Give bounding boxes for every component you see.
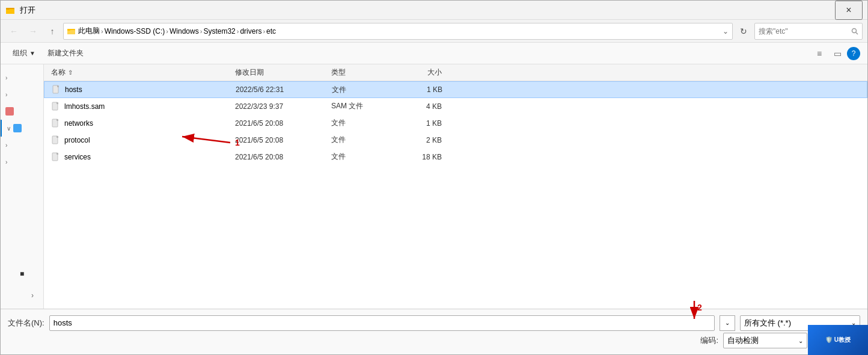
file-list-container: 名称 ⇧ 修改日期 类型 大小 hosts2022/5/6 22:31文件1 K… bbox=[44, 64, 867, 309]
filename-row: 文件名(N): ⌄ 所有文件 (*.*) ⌄ bbox=[8, 315, 860, 331]
view-menu-button[interactable]: ≡ bbox=[811, 45, 828, 62]
sidebar-item-4[interactable]: ∨ bbox=[1, 120, 43, 137]
file-name-cell: protocol bbox=[44, 135, 230, 145]
col-header-name[interactable]: 名称 ⇧ bbox=[44, 67, 230, 78]
table-row[interactable]: hosts2022/5/6 22:31文件1 KB bbox=[44, 81, 867, 98]
filename-input[interactable] bbox=[49, 315, 715, 331]
file-type: 文件 bbox=[327, 85, 399, 95]
folder-icon bbox=[5, 5, 15, 15]
sidebar-item-2[interactable]: › bbox=[1, 86, 43, 103]
sidebar-collapse-icon: › bbox=[5, 75, 7, 81]
file-name-cell: services bbox=[44, 152, 230, 162]
bottom-bar: 文件名(N): ⌄ 所有文件 (*.*) ⌄ 编码: 自动检测 ⌄ 打开 bbox=[1, 309, 867, 354]
col-header-type[interactable]: 类型 bbox=[326, 67, 399, 78]
encoding-label: 编码: bbox=[700, 335, 718, 346]
command-bar: 组织 ▼ 新建文件夹 ≡ ▭ ? bbox=[1, 43, 867, 64]
encoding-value: 自动检测 bbox=[727, 335, 759, 346]
file-type: 文件 bbox=[326, 118, 399, 128]
sidebar-item-3[interactable] bbox=[1, 103, 43, 120]
file-name: networks bbox=[64, 119, 93, 128]
file-icon bbox=[52, 85, 61, 94]
table-row[interactable]: services2021/6/5 20:08文件18 KB bbox=[44, 149, 867, 165]
up-button[interactable]: ↑ bbox=[44, 23, 61, 40]
encoding-row: 编码: 自动检测 ⌄ 打开 bbox=[8, 333, 860, 348]
sidebar-icon-blue bbox=[13, 124, 22, 132]
breadcrumb-drivers[interactable]: drivers bbox=[240, 27, 261, 36]
filename-dropdown-button[interactable]: ⌄ bbox=[720, 315, 735, 331]
watermark: 🛡️ U教授 bbox=[808, 325, 868, 355]
sidebar-down-icon: ∨ bbox=[7, 125, 11, 132]
encoding-chevron-icon: ⌄ bbox=[798, 338, 803, 344]
file-date: 2022/5/6 22:31 bbox=[231, 85, 327, 94]
file-name: protocol bbox=[64, 136, 90, 144]
refresh-button[interactable]: ↻ bbox=[735, 23, 752, 40]
table-row[interactable]: lmhosts.sam2022/3/23 9:37SAM 文件4 KB bbox=[44, 98, 867, 115]
sidebar-item5-icon: › bbox=[5, 142, 7, 149]
svg-rect-4 bbox=[67, 30, 75, 34]
svg-line-7 bbox=[856, 32, 858, 34]
breadcrumb-windows[interactable]: Windows bbox=[170, 27, 199, 36]
table-row[interactable]: networks2021/6/5 20:08文件1 KB bbox=[44, 115, 867, 132]
back-button[interactable]: ← bbox=[5, 23, 22, 40]
forward-button[interactable]: → bbox=[25, 23, 41, 40]
filename-label: 文件名(N): bbox=[8, 318, 44, 329]
sidebar-expand-icon: › bbox=[5, 91, 7, 98]
sidebar-item-5[interactable]: › bbox=[1, 137, 43, 153]
svg-rect-1 bbox=[6, 9, 14, 14]
sidebar-item-6[interactable]: › bbox=[1, 153, 43, 170]
address-dropdown-icon[interactable]: ⌄ bbox=[723, 27, 729, 36]
title-bar: 打开 × bbox=[1, 1, 867, 20]
col-header-date[interactable]: 修改日期 bbox=[230, 67, 326, 78]
file-icon bbox=[51, 119, 61, 128]
breadcrumb-thispc[interactable]: 此电脑 bbox=[78, 26, 100, 36]
main-area: › › ∨ › › ■ bbox=[1, 64, 867, 309]
file-name-cell: lmhosts.sam bbox=[44, 102, 230, 111]
file-date: 2021/6/5 20:08 bbox=[230, 153, 326, 161]
breadcrumb-system32[interactable]: System32 bbox=[203, 27, 235, 36]
svg-rect-2 bbox=[6, 8, 10, 10]
sidebar-square-icon: ■ bbox=[20, 270, 24, 278]
encoding-dropdown[interactable]: 自动检测 ⌄ bbox=[723, 333, 807, 348]
file-size: 2 KB bbox=[399, 136, 447, 144]
breadcrumb-etc[interactable]: etc bbox=[266, 27, 276, 36]
file-name-cell: hosts bbox=[44, 85, 231, 94]
breadcrumb: 此电脑 › Windows-SSD (C:) › Windows › Syste… bbox=[78, 26, 720, 36]
col-header-size[interactable]: 大小 bbox=[399, 67, 447, 78]
address-bar[interactable]: 此电脑 › Windows-SSD (C:) › Windows › Syste… bbox=[63, 23, 733, 40]
sidebar-item-1[interactable]: › bbox=[1, 69, 43, 86]
search-input[interactable] bbox=[759, 27, 849, 36]
file-date: 2021/6/5 20:08 bbox=[230, 119, 326, 128]
sort-up-icon: ⇧ bbox=[68, 69, 73, 76]
new-folder-button[interactable]: 新建文件夹 bbox=[43, 46, 88, 61]
sidebar: › › ∨ › › ■ bbox=[1, 64, 44, 309]
file-icon bbox=[51, 102, 61, 111]
window-title: 打开 bbox=[20, 5, 835, 16]
column-headers: 名称 ⇧ 修改日期 类型 大小 bbox=[44, 64, 867, 81]
file-name: lmhosts.sam bbox=[64, 102, 105, 111]
organize-button[interactable]: 组织 ▼ bbox=[8, 46, 40, 61]
file-icon bbox=[51, 152, 61, 162]
breadcrumb-drive[interactable]: Windows-SSD (C:) bbox=[105, 27, 165, 36]
close-button[interactable]: × bbox=[835, 1, 863, 20]
table-row[interactable]: protocol2021/6/5 20:08文件2 KB bbox=[44, 132, 867, 149]
file-type: SAM 文件 bbox=[326, 101, 399, 111]
file-size: 1 KB bbox=[399, 85, 447, 94]
file-type: 文件 bbox=[326, 152, 399, 162]
sidebar-icon-red bbox=[5, 107, 14, 116]
toggle-pane-button[interactable]: ▭ bbox=[829, 45, 846, 62]
file-date: 2021/6/5 20:08 bbox=[230, 136, 326, 144]
sidebar-item-bottom[interactable]: ■ bbox=[1, 265, 43, 282]
svg-rect-5 bbox=[67, 29, 70, 31]
file-size: 1 KB bbox=[399, 119, 447, 128]
file-size: 4 KB bbox=[399, 102, 447, 111]
file-name: services bbox=[64, 153, 91, 161]
help-button[interactable]: ? bbox=[847, 47, 860, 60]
sidebar-expand-toggle[interactable]: › bbox=[24, 287, 41, 304]
organize-chevron-icon: ▼ bbox=[29, 50, 35, 57]
folder-small-icon bbox=[67, 27, 76, 36]
file-list: hosts2022/5/6 22:31文件1 KBlmhosts.sam2022… bbox=[44, 81, 867, 309]
filetype-value: 所有文件 (*.*) bbox=[744, 318, 791, 329]
file-date: 2022/3/23 9:37 bbox=[230, 102, 326, 111]
sidebar-item6-icon: › bbox=[5, 159, 7, 165]
view-controls: ≡ ▭ ? bbox=[811, 45, 860, 62]
